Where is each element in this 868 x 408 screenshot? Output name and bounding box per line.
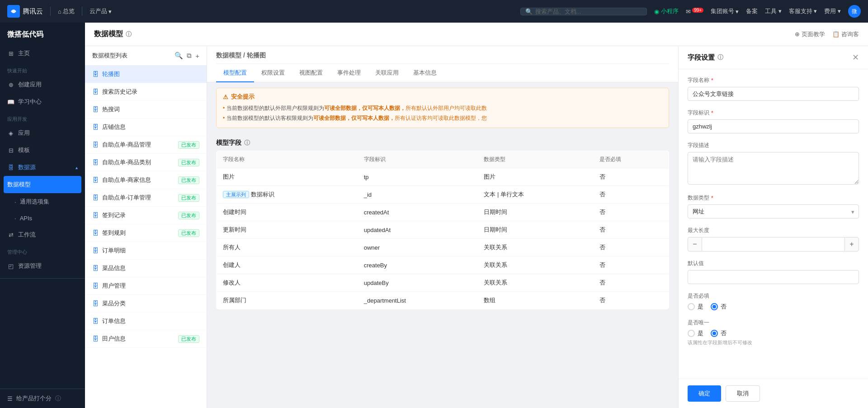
search-input[interactable] (535, 8, 642, 15)
unique-no-option[interactable]: 否 (711, 329, 726, 337)
model-fields-header: 模型字段 ⓘ (216, 133, 669, 151)
data-type-select[interactable]: 网址 (688, 204, 859, 218)
model-list-item[interactable]: 🗄 自助点单-商品管理 已发布 (85, 136, 207, 154)
required-no-radio[interactable] (711, 303, 718, 310)
model-item-name: 自助点单-商品类别 (102, 158, 175, 166)
sidebar-item-home[interactable]: ⊞ 主页 (0, 45, 85, 62)
model-list-item[interactable]: 🗄 店铺信息 (85, 119, 207, 136)
search-bar[interactable]: 🔍 (520, 8, 647, 15)
table-row[interactable]: 创建人 createBy 关联关系 否 (217, 256, 669, 274)
page-teaching-link[interactable]: ⊕ 页面教学 (795, 30, 825, 38)
table-row[interactable]: 修改人 updateBy 关联关系 否 (217, 274, 669, 292)
tab-视图配置[interactable]: 视图配置 (292, 64, 330, 82)
sidebar-item-workflow[interactable]: ⇄ 工作流 (0, 226, 85, 243)
table-row[interactable]: 所属部门 _departmentList 数组 否 (217, 292, 669, 309)
model-list-item[interactable]: 🗄 菜品信息 (85, 260, 207, 277)
support-menu[interactable]: 客服支持 ▾ (789, 7, 817, 15)
data-type-cell: 关联关系 (477, 256, 593, 274)
field-name-input[interactable] (688, 87, 859, 101)
close-icon[interactable]: ✕ (852, 52, 859, 62)
field-desc-textarea[interactable] (688, 152, 859, 185)
fee-menu[interactable]: 费用 ▾ (824, 7, 841, 15)
field-identifier-input[interactable] (688, 119, 859, 133)
required-cell: 否 (593, 186, 669, 204)
nav-divider (50, 7, 51, 16)
unique-yes-radio[interactable] (688, 330, 695, 337)
sidebar-item-app[interactable]: ◈ 应用 (0, 124, 85, 142)
table-row[interactable]: 所有人 owner 关联关系 否 (217, 239, 669, 256)
sidebar-feedback[interactable]: ☰ 给产品打个分 ⓘ (0, 389, 85, 408)
model-list-item[interactable]: 🗄 田户信息 已发布 (85, 330, 207, 348)
confirm-button[interactable]: 确定 (688, 385, 721, 402)
sidebar-item-data-model[interactable]: 数据模型 (4, 176, 81, 193)
tools-menu[interactable]: 工具 ▾ (765, 7, 782, 15)
unique-yes-option[interactable]: 是 (688, 329, 703, 337)
tab-权限设置[interactable]: 权限设置 (254, 64, 292, 82)
tab-基本信息[interactable]: 基本信息 (406, 64, 444, 82)
sidebar-item-option-set[interactable]: · 通用选项集 (0, 193, 85, 210)
model-list-item[interactable]: 🗄 菜品分类 (85, 295, 207, 313)
consult-icon: 📋 (832, 31, 840, 38)
max-length-minus-btn[interactable]: − (688, 237, 702, 251)
model-list-item[interactable]: 🗄 订单信息 (85, 313, 207, 330)
model-list-header: 数据模型列表 🔍 ⧉ + (85, 46, 207, 66)
default-value-row: 默认值 (688, 260, 859, 284)
notification-icon[interactable]: ✉ 99+ (686, 8, 704, 15)
model-list-item[interactable]: 🗄 轮播图 (85, 66, 207, 83)
unique-no-radio[interactable] (711, 330, 718, 337)
model-list-item[interactable]: 🗄 签到规则 已发布 (85, 224, 207, 242)
nav-home[interactable]: ⌂ 总览 (58, 7, 75, 15)
mini-program-link[interactable]: ◉ 小程序 (654, 7, 679, 15)
sidebar-item-learning[interactable]: 📖 学习中心 (0, 93, 85, 110)
model-list-item[interactable]: 🗄 搜索历史记录 (85, 83, 207, 101)
fields-info-icon[interactable]: ⓘ (244, 139, 250, 147)
page-title-info-icon[interactable]: ⓘ (126, 30, 132, 38)
sidebar-item-template[interactable]: ⊟ 模板 (0, 142, 85, 159)
logo[interactable]: 腾讯云 (7, 5, 43, 18)
model-list-item[interactable]: 🗄 自助点单-商品类别 已发布 (85, 154, 207, 171)
group-account[interactable]: 集团账号 ▾ (711, 7, 739, 15)
required-no-option[interactable]: 否 (711, 303, 726, 311)
model-item-name: 自助点单-订单管理 (102, 194, 175, 202)
column-header: 是否必填 (593, 151, 669, 168)
avatar[interactable]: 微 (848, 5, 861, 18)
model-list-item[interactable]: 🗄 自助点单-商家信息 已发布 (85, 171, 207, 189)
max-length-plus-btn[interactable]: + (844, 237, 859, 251)
warning-icon: ⚠ (223, 94, 228, 100)
tab-模型配置[interactable]: 模型配置 (216, 64, 254, 82)
backup-link[interactable]: 备案 (746, 7, 758, 15)
table-row[interactable]: 图片 tp 图片 否 (217, 168, 669, 186)
copy-model-icon[interactable]: ⧉ (187, 52, 192, 60)
search-models-icon[interactable]: 🔍 (175, 52, 183, 60)
add-model-icon[interactable]: + (195, 52, 199, 60)
table-row[interactable]: 创建时间 createdAt 日期时间 否 (217, 204, 669, 221)
model-list-item[interactable]: 🗄 热搜词 (85, 101, 207, 119)
max-length-input[interactable] (702, 237, 844, 251)
table-row[interactable]: 主展示列数据标识 _id 文本 | 单行文本 否 (217, 186, 669, 204)
teaching-icon: ⊕ (795, 31, 800, 38)
sidebar-section-management: 管理中心 (0, 243, 85, 257)
model-list-item[interactable]: 🗄 用户管理 (85, 277, 207, 295)
consult-link[interactable]: 📋 咨询客 (832, 30, 859, 38)
settings-info-icon[interactable]: ⓘ (717, 53, 723, 62)
model-list-item[interactable]: 🗄 自助点单-订单管理 已发布 (85, 189, 207, 207)
model-list-item[interactable]: 🗄 订单明细 (85, 242, 207, 260)
model-item-name: 订单信息 (102, 317, 199, 325)
required-yes-radio[interactable] (688, 303, 695, 310)
table-row[interactable]: 更新时间 updatedAt 日期时间 否 (217, 221, 669, 239)
tabs: 模型配置权限设置视图配置事件处理关联应用基本信息 (216, 63, 669, 82)
cancel-button[interactable]: 取消 (726, 385, 760, 402)
model-item-name: 签到规则 (102, 229, 175, 237)
sidebar-item-create-app[interactable]: ⊕ 创建应用 (0, 76, 85, 93)
nav-cloud-product[interactable]: 云产品 ▾ (90, 7, 112, 15)
content-area: 数据模型列表 🔍 ⧉ + 🗄 轮播图 🗄 搜索历史记录 🗄 热搜词 🗄 店铺信息… (85, 46, 868, 408)
model-list-item[interactable]: 🗄 签到记录 已发布 (85, 207, 207, 224)
sidebar-item-datasource[interactable]: 🗄 数据源 ▴ (0, 159, 85, 176)
sidebar-item-apis[interactable]: · APIs (0, 210, 85, 226)
field-name-cell: 创建人 (217, 256, 358, 274)
required-yes-option[interactable]: 是 (688, 303, 703, 311)
tab-关联应用[interactable]: 关联应用 (368, 64, 406, 82)
default-value-input[interactable] (688, 270, 859, 284)
sidebar-item-resource[interactable]: ◰ 资源管理 (0, 257, 85, 275)
tab-事件处理[interactable]: 事件处理 (330, 64, 368, 82)
